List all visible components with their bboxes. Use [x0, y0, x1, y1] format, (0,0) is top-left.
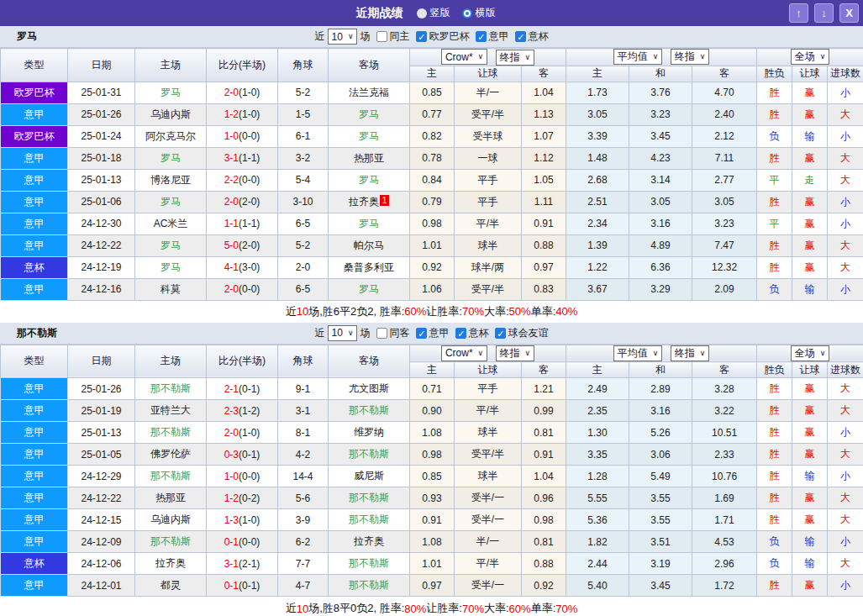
odds-home: 0.79 — [410, 191, 455, 213]
match-count-select[interactable]: 10∨ — [328, 325, 358, 341]
final-odds-select[interactable]: 终指∨ — [496, 50, 535, 66]
avg-draw: 3.45 — [629, 575, 692, 597]
move-up-button[interactable]: ↑ — [789, 3, 808, 23]
fulltime-score: 2-0 — [224, 87, 239, 98]
fulltime-score: 2-3 — [224, 405, 239, 417]
col-header-home: 主场 — [135, 49, 207, 82]
final-average-select[interactable]: 终指∨ — [671, 345, 710, 361]
away-team: 罗马 — [329, 103, 410, 125]
result-outcome: 胜 — [757, 466, 792, 487]
match-score: 0-1(0-0) — [207, 531, 278, 553]
radio-vertical-layout[interactable]: 竖版 — [417, 6, 450, 20]
result-handicap: 赢 — [792, 213, 828, 234]
filter-checkbox-意杯[interactable]: ✓ — [515, 31, 526, 42]
filter-checkbox-同客[interactable] — [376, 328, 387, 339]
avg-away: 3.05 — [692, 191, 757, 213]
odds-handicap: 受平/半 — [455, 444, 522, 466]
filter-checkbox-意杯[interactable]: ✓ — [455, 328, 466, 339]
result-outcome: 胜 — [757, 378, 792, 400]
filter-checkbox-同主[interactable] — [376, 31, 387, 42]
chevron-down-icon: ∨ — [525, 350, 531, 357]
match-type-cell: 意杯 — [1, 553, 68, 575]
halftime-score: (0-1) — [239, 383, 260, 395]
radio-selected-icon — [462, 8, 472, 18]
avg-home: 5.36 — [566, 509, 629, 531]
average-select[interactable]: 平均值∨ — [613, 345, 663, 361]
corner-score: 4-7 — [278, 575, 329, 597]
halftime-score: (1-2) — [239, 405, 260, 417]
filter-checkbox-欧罗巴杯[interactable]: ✓ — [416, 31, 427, 42]
result-handicap: 输 — [792, 278, 828, 300]
halftime-score: (1-0) — [239, 514, 260, 526]
result-goals: 小 — [828, 125, 863, 147]
close-button[interactable]: X — [839, 3, 859, 23]
results-table: 类型 日期 主场 比分(半场) 角球 客场 Crow*∨ 终指∨ 平均值∨ 终指… — [0, 345, 863, 598]
match-row: 意甲24-12-22罗马5-0(2-0)5-2帕尔马1.01球半0.881.39… — [1, 234, 863, 256]
avg-draw: 3.76 — [629, 82, 692, 103]
filter-checkbox-球会友谊[interactable]: ✓ — [495, 328, 506, 339]
away-team: 威尼斯 — [329, 466, 410, 487]
home-team: 罗马 — [135, 256, 207, 278]
bookmaker-select[interactable]: Crow*∨ — [441, 49, 487, 65]
match-row: 意杯24-12-06拉齐奥3-1(2-1)7-7那不勒斯1.01平/半0.882… — [1, 553, 863, 575]
radio-horizontal-layout[interactable]: 横版 — [462, 6, 496, 20]
odds-handicap: 球半 — [455, 466, 522, 487]
subcol-result-outcome: 胜负 — [757, 362, 792, 378]
avg-away: 3.22 — [692, 400, 757, 422]
result-handicap: 赢 — [792, 147, 828, 169]
fulltime-select[interactable]: 全场∨ — [791, 345, 830, 361]
away-team: 罗马 — [329, 125, 410, 147]
avg-home: 1.22 — [566, 256, 629, 278]
away-team-name: 尤文图斯 — [349, 382, 389, 394]
results-table: 类型 日期 主场 比分(半场) 角球 客场 Crow*∨ 终指∨ 平均值∨ 终指… — [0, 48, 863, 301]
home-team-name: 佛罗伦萨 — [150, 448, 191, 460]
corner-score: 6-1 — [278, 125, 329, 147]
avg-away: 1.72 — [692, 575, 757, 597]
average-select[interactable]: 平均值∨ — [613, 49, 663, 65]
summary-segment: 单率: — [531, 601, 556, 616]
window-title: 近期战绩 — [356, 6, 403, 21]
fulltime-score: 1-1 — [224, 218, 239, 229]
col-header-corner: 角球 — [278, 49, 329, 82]
summary-segment: 场,胜8平0负2, 胜率: — [308, 601, 404, 616]
recent-results-window: 近期战绩 竖版 横版 ↑ ↓ X 罗马 近10∨场同主✓欧罗巴杯✓意甲✓意杯 类… — [0, 0, 863, 616]
match-score: 5-0(2-0) — [207, 234, 278, 256]
match-date: 24-12-22 — [68, 487, 135, 509]
bookmaker-select[interactable]: Crow*∨ — [441, 345, 487, 361]
corner-score: 9-1 — [278, 378, 329, 400]
final-average-select[interactable]: 终指∨ — [671, 49, 710, 65]
match-date: 24-12-06 — [68, 553, 135, 575]
filter-checkbox-意甲[interactable]: ✓ — [416, 328, 427, 339]
home-team-name: 乌迪内斯 — [150, 108, 191, 120]
odds-handicap: 平/半 — [455, 213, 522, 234]
match-count-select[interactable]: 10∨ — [328, 29, 358, 45]
result-handicap: 赢 — [792, 444, 828, 466]
subcol-odds-handicap: 让球 — [455, 362, 522, 378]
odds-away: 0.88 — [522, 553, 566, 575]
summary-segment: 50% — [509, 305, 531, 318]
avg-home: 5.55 — [566, 487, 629, 509]
avg-draw: 3.14 — [629, 169, 692, 191]
fulltime-select[interactable]: 全场∨ — [791, 49, 830, 65]
result-handicap: 赢 — [792, 234, 828, 256]
halftime-score: (1-1) — [239, 218, 260, 229]
result-outcome: 胜 — [757, 487, 792, 509]
result-handicap: 赢 — [792, 422, 828, 444]
chevron-down-icon: ∨ — [700, 53, 706, 61]
match-score: 3-1(1-1) — [207, 147, 278, 169]
near-label: 近 — [315, 29, 325, 44]
result-goals: 小 — [828, 422, 863, 444]
result-goals: 大 — [828, 400, 863, 422]
match-row: 意甲24-12-30AC米兰1-1(1-1)6-5罗马0.98平/半0.912.… — [1, 213, 863, 234]
team-section-header: 罗马 近10∨场同主✓欧罗巴杯✓意甲✓意杯 — [0, 26, 863, 48]
subcol-result-goals: 进球数 — [828, 362, 863, 378]
match-type-cell: 意甲 — [1, 213, 68, 234]
move-down-button[interactable]: ↓ — [814, 3, 834, 23]
final-odds-select[interactable]: 终指∨ — [496, 345, 535, 361]
chevron-down-icon: ∨ — [478, 53, 484, 61]
fulltime-score: 2-0 — [224, 283, 239, 295]
fulltime-score: 5-0 — [224, 240, 239, 251]
subcol-avg-away: 客 — [692, 362, 757, 378]
avg-away: 1.71 — [692, 509, 757, 531]
filter-checkbox-意甲[interactable]: ✓ — [476, 31, 487, 42]
